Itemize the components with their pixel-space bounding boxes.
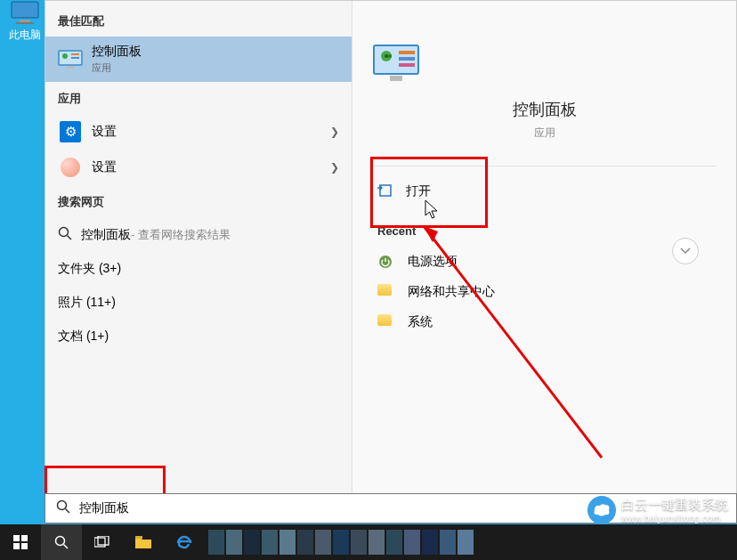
web-term: 控制面板 (81, 227, 131, 243)
svg-rect-25 (13, 543, 20, 549)
expand-button[interactable] (672, 238, 699, 264)
taskbar-running-apps (205, 526, 737, 558)
result-documents[interactable]: 文档 (1+) (45, 320, 352, 353)
divider: 打开 Recent 电源选项 网络和共享中心 系统 (372, 166, 717, 337)
folder-icon (135, 536, 151, 548)
result-title: 设置 (92, 159, 330, 175)
start-button[interactable] (0, 524, 41, 560)
this-pc-icon (9, 0, 41, 25)
app-icon (58, 157, 83, 178)
recent-item-label: 系统 (408, 314, 433, 330)
recent-power-options[interactable]: 电源选项 (372, 247, 717, 277)
recent-item-label: 电源选项 (408, 254, 458, 270)
svg-point-21 (58, 501, 67, 510)
svg-rect-6 (71, 57, 79, 59)
folder-icon (377, 284, 395, 300)
desktop-icon-this-pc[interactable]: 此电脑 (9, 0, 41, 43)
svg-rect-0 (12, 2, 38, 18)
svg-rect-16 (390, 76, 402, 81)
windows-icon (13, 535, 28, 549)
detail-title: 控制面板 (372, 99, 717, 120)
svg-rect-7 (67, 66, 74, 69)
svg-rect-23 (13, 535, 20, 541)
svg-point-8 (60, 228, 69, 237)
svg-point-12 (385, 54, 388, 58)
svg-point-27 (56, 537, 65, 546)
result-web-search[interactable]: 控制面板 - 查看网络搜索结果 (45, 217, 352, 252)
chevron-right-icon: ❯ (330, 126, 339, 138)
result-photos[interactable]: 照片 (11+) (45, 286, 352, 320)
svg-rect-14 (399, 57, 415, 61)
svg-rect-26 (21, 543, 28, 549)
result-settings-2[interactable]: 设置 ❯ (45, 150, 352, 185)
section-apps: 应用 (45, 82, 352, 114)
result-control-panel[interactable]: 控制面板 应用 (45, 37, 352, 82)
result-folders[interactable]: 文件夹 (3+) (45, 252, 352, 286)
results-left-pane: 最佳匹配 控制面板 应用 应用 ⚙ 设置 ❯ 设置 (45, 1, 352, 493)
desktop-icon-label: 此电脑 (9, 28, 41, 43)
recent-item-label: 网络和共享中心 (408, 284, 495, 300)
power-options-icon (377, 254, 395, 270)
chevron-down-icon (680, 248, 691, 255)
taskbar (0, 524, 737, 560)
section-web: 搜索网页 (45, 185, 352, 217)
result-settings-1[interactable]: ⚙ 设置 ❯ (45, 114, 352, 150)
detail-right-pane: 控制面板 应用 打开 Recent 电源选项 网络和共享中心 (352, 1, 736, 493)
svg-rect-2 (16, 22, 34, 24)
action-open-label: 打开 (406, 183, 431, 199)
watermark: 白云一键重装系统 www.baiyunxitong.com (587, 496, 728, 524)
watermark-brand: 白云一键重装系统 (621, 497, 728, 514)
svg-rect-31 (135, 536, 142, 539)
search-icon (54, 535, 69, 549)
web-suffix: - 查看网络搜索结果 (131, 227, 231, 243)
chevron-right-icon: ❯ (330, 161, 339, 174)
edge-button[interactable] (164, 524, 205, 560)
svg-rect-5 (71, 53, 79, 55)
task-view-icon (94, 536, 110, 548)
settings-icon: ⚙ (58, 121, 83, 142)
open-icon (377, 183, 393, 199)
svg-rect-15 (399, 63, 415, 67)
action-open[interactable]: 打开 (372, 166, 717, 215)
taskbar-search-button[interactable] (41, 524, 82, 560)
recent-network-sharing[interactable]: 网络和共享中心 (372, 277, 717, 307)
folder-icon (377, 314, 395, 330)
svg-rect-1 (20, 20, 30, 22)
section-best-match: 最佳匹配 (45, 4, 352, 37)
result-title: 控制面板 (92, 44, 339, 60)
result-subtitle: 应用 (92, 61, 339, 75)
search-results-panel: 最佳匹配 控制面板 应用 应用 ⚙ 设置 ❯ 设置 (45, 0, 737, 493)
file-explorer-button[interactable] (123, 524, 164, 560)
recent-system[interactable]: 系统 (372, 307, 717, 337)
result-title: 设置 (92, 124, 330, 140)
recent-label: Recent (372, 215, 717, 247)
edge-icon (176, 534, 192, 550)
svg-line-9 (68, 236, 72, 240)
control-panel-large-icon (372, 44, 420, 83)
svg-rect-13 (399, 51, 415, 54)
search-icon (58, 226, 72, 243)
svg-line-22 (66, 509, 70, 514)
watermark-logo-icon (587, 496, 616, 524)
svg-line-28 (64, 545, 69, 549)
task-view-button[interactable] (82, 524, 123, 560)
control-panel-icon (58, 49, 83, 70)
watermark-url: www.baiyunxitong.com (621, 514, 728, 523)
svg-rect-24 (21, 535, 28, 541)
search-icon (56, 499, 70, 517)
detail-subtitle: 应用 (372, 126, 717, 141)
